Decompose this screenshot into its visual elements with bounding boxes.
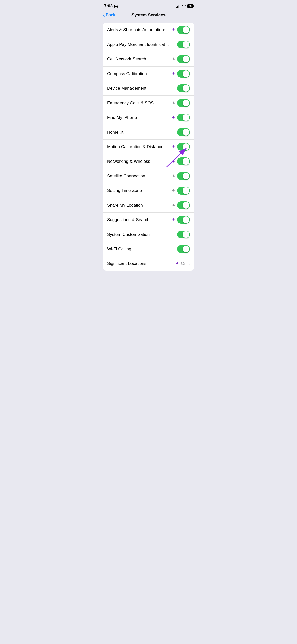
- back-chevron-icon: ‹: [103, 13, 105, 18]
- toggle-switch[interactable]: [177, 84, 190, 92]
- row-right: [172, 99, 190, 107]
- signal-icon: [176, 4, 180, 8]
- status-time: 7:03 🛏: [104, 4, 118, 9]
- row-label: Cell Network Search: [107, 57, 172, 62]
- row-label: Apple Pay Merchant Identificat...: [107, 42, 177, 47]
- toggle-switch[interactable]: [177, 114, 190, 121]
- location-arrow-icon: [172, 159, 175, 164]
- settings-row[interactable]: Compass Calibration: [103, 67, 194, 81]
- row-right: [177, 41, 190, 48]
- location-arrow-icon: [172, 101, 175, 105]
- settings-row[interactable]: Motion Calibration & Distance: [103, 140, 194, 154]
- location-arrow-icon: [172, 28, 175, 32]
- location-arrow-icon: [172, 57, 175, 61]
- back-button[interactable]: ‹ Back: [103, 13, 115, 18]
- settings-row[interactable]: System Customization: [103, 227, 194, 242]
- row-label: Find My iPhone: [107, 115, 172, 120]
- toggle-switch[interactable]: [177, 187, 190, 195]
- location-arrow-icon: [172, 218, 175, 222]
- row-right: [172, 172, 190, 180]
- settings-row[interactable]: Emergency Calls & SOS: [103, 96, 194, 110]
- wifi-icon: [182, 4, 186, 8]
- toggle-switch[interactable]: [177, 216, 190, 224]
- row-label: Setting Time Zone: [107, 188, 172, 193]
- svg-point-0: [184, 7, 184, 7]
- annotation-container: Alerts & Shortcuts Automations Apple Pay…: [103, 23, 194, 271]
- row-right: [172, 187, 190, 195]
- settings-row[interactable]: Significant Locations On›: [103, 256, 194, 271]
- location-arrow-icon: [172, 188, 175, 193]
- row-label: HomeKit: [107, 130, 177, 135]
- row-right: [172, 201, 190, 209]
- row-label: Compass Calibration: [107, 71, 172, 76]
- row-label: Alerts & Shortcuts Automations: [107, 27, 172, 33]
- toggle-switch[interactable]: [177, 201, 190, 209]
- row-label: Wi-Fi Calling: [107, 247, 177, 252]
- settings-list: Alerts & Shortcuts Automations Apple Pay…: [103, 23, 194, 271]
- page-title: System Services: [131, 13, 166, 18]
- row-right: [172, 216, 190, 224]
- location-arrow-icon: [172, 72, 175, 76]
- settings-row[interactable]: Share My Location: [103, 198, 194, 213]
- row-right: [177, 231, 190, 238]
- row-label: Networking & Wireless: [107, 159, 172, 164]
- toggle-switch[interactable]: [177, 157, 190, 165]
- location-arrow-icon: [172, 115, 175, 120]
- row-right: [172, 70, 190, 78]
- row-right: [172, 114, 190, 121]
- settings-row[interactable]: Cell Network Search: [103, 52, 194, 67]
- content-area: Alerts & Shortcuts Automations Apple Pay…: [99, 21, 198, 276]
- bed-icon: 🛏: [114, 4, 118, 8]
- settings-row[interactable]: Apple Pay Merchant Identificat...: [103, 37, 194, 52]
- row-right: On›: [176, 261, 190, 266]
- row-right: [172, 26, 190, 34]
- settings-row[interactable]: Setting Time Zone: [103, 183, 194, 198]
- row-right: [172, 143, 190, 151]
- toggle-switch[interactable]: [177, 245, 190, 253]
- row-label: Emergency Calls & SOS: [107, 101, 172, 106]
- row-right: [177, 128, 190, 136]
- row-label: Satellite Connection: [107, 174, 172, 179]
- toggle-switch[interactable]: [177, 231, 190, 238]
- settings-row[interactable]: Satellite Connection: [103, 169, 194, 183]
- location-arrow-icon: [176, 262, 179, 266]
- status-bar: 7:03 🛏 80: [99, 0, 198, 11]
- status-right-icons: 80: [176, 4, 193, 8]
- row-label: Share My Location: [107, 203, 172, 208]
- toggle-switch[interactable]: [177, 41, 190, 48]
- on-label: On: [181, 261, 187, 266]
- row-right: [172, 157, 190, 165]
- toggle-switch[interactable]: [177, 128, 190, 136]
- chevron-right-icon: ›: [189, 262, 190, 266]
- settings-row[interactable]: Wi-Fi Calling: [103, 242, 194, 256]
- row-right: [177, 245, 190, 253]
- settings-row[interactable]: Device Management: [103, 81, 194, 96]
- row-label: Device Management: [107, 86, 177, 91]
- row-right: [177, 84, 190, 92]
- settings-row[interactable]: HomeKit: [103, 125, 194, 140]
- row-label: Motion Calibration & Distance: [107, 144, 172, 149]
- settings-row[interactable]: Suggestions & Search: [103, 213, 194, 227]
- location-arrow-icon: [172, 174, 175, 178]
- toggle-switch[interactable]: [177, 172, 190, 180]
- settings-row[interactable]: Alerts & Shortcuts Automations: [103, 23, 194, 37]
- row-label: Suggestions & Search: [107, 217, 172, 222]
- row-label: Significant Locations: [107, 261, 176, 266]
- row-label: System Customization: [107, 232, 177, 237]
- settings-row[interactable]: Networking & Wireless: [103, 154, 194, 169]
- battery-level: 80: [187, 4, 193, 8]
- toggle-switch[interactable]: [177, 26, 190, 34]
- location-arrow-icon: [172, 145, 175, 149]
- toggle-switch[interactable]: [177, 70, 190, 78]
- row-right: [172, 55, 190, 63]
- toggle-switch[interactable]: [177, 99, 190, 107]
- battery-icon: 80: [187, 4, 193, 8]
- settings-row[interactable]: Find My iPhone: [103, 110, 194, 125]
- back-label: Back: [106, 13, 115, 18]
- toggle-switch[interactable]: [177, 143, 190, 151]
- nav-bar: ‹ Back System Services: [99, 11, 198, 21]
- location-arrow-icon: [172, 203, 175, 207]
- toggle-switch[interactable]: [177, 55, 190, 63]
